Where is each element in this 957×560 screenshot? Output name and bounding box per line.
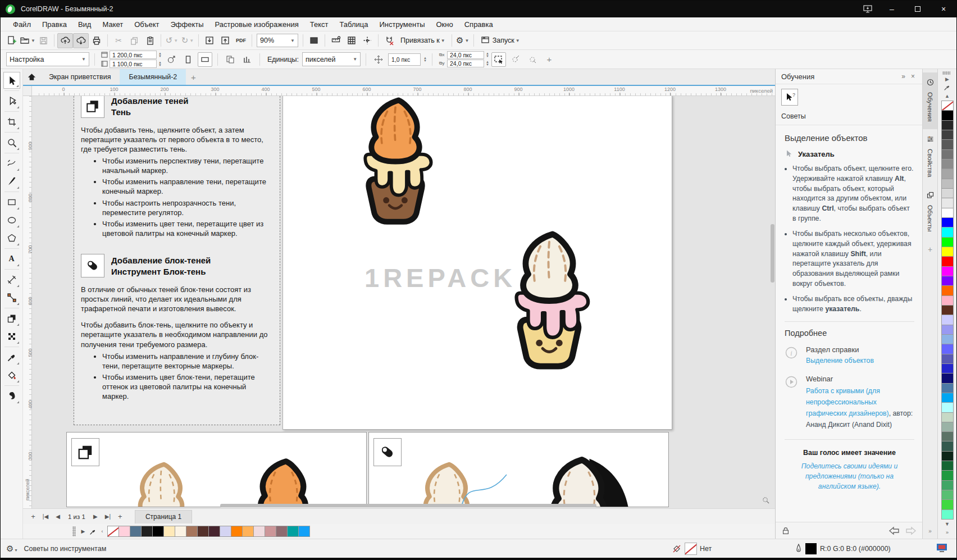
tab-current-document[interactable]: Безымянный-2 — [120, 69, 186, 85]
ruler-origin[interactable] — [23, 86, 32, 95]
screen-share-icon[interactable] — [856, 1, 879, 17]
tool-interactive-fill[interactable] — [3, 388, 20, 404]
palette-color-ffffff[interactable] — [941, 208, 954, 218]
doc-palette-color-00a0a0[interactable] — [287, 526, 299, 537]
tool-shape[interactable] — [3, 93, 20, 110]
duplicate-y-spinner[interactable]: ▲▼ — [486, 61, 489, 66]
palette-color-40d940[interactable] — [941, 499, 954, 509]
doc-palette-color-a6755c[interactable] — [186, 526, 198, 537]
show-grid-button[interactable] — [344, 33, 359, 48]
palette-color-5c7366[interactable] — [941, 431, 954, 441]
palette-color-00a6f2[interactable] — [941, 393, 954, 403]
palette-color-9999f2[interactable] — [941, 325, 954, 335]
menu-Эффекты[interactable]: Эффекты — [165, 19, 209, 30]
palette-color-bfbfbf[interactable] — [941, 179, 954, 189]
palette-color-146633[interactable] — [941, 461, 954, 471]
nudge-spinner[interactable]: ▲▼ — [423, 57, 427, 62]
palette-scroll-left[interactable]: ‹ — [98, 526, 107, 537]
palette-color-262626[interactable] — [941, 120, 954, 130]
palette-color-404040[interactable] — [941, 130, 954, 140]
maximize-button[interactable] — [905, 1, 931, 17]
tool-rectangle[interactable] — [3, 194, 20, 211]
tool-ellipse[interactable] — [3, 212, 20, 229]
palette-color-66ffcc[interactable] — [941, 509, 954, 520]
fullscreen-preview-button[interactable] — [306, 33, 322, 48]
shadow-example-frame[interactable] — [66, 432, 367, 507]
palette-color-e8e8e8[interactable] — [941, 198, 954, 208]
lock-icon[interactable] — [781, 526, 790, 535]
paste-button[interactable] — [142, 33, 158, 48]
snap-off-button[interactable] — [381, 33, 397, 48]
doc-palette-color-12a0f7[interactable] — [298, 526, 310, 537]
palette-color-0000ff[interactable] — [941, 217, 954, 227]
menu-Объект[interactable]: Объект — [129, 19, 165, 30]
palette-color-8c8c8c[interactable] — [941, 159, 954, 169]
doc-palette-color-none[interactable] — [107, 526, 119, 537]
print-button[interactable] — [89, 33, 104, 48]
menu-Растровые изображения[interactable]: Растровые изображения — [209, 19, 304, 30]
page-width-input[interactable]: 1 200,0 пкс — [110, 51, 157, 59]
duplicate-x-input[interactable]: 24,0 пкс — [447, 51, 484, 59]
palette-expand[interactable]: » — [946, 528, 949, 536]
show-rulers-button[interactable] — [328, 33, 344, 48]
webinar-link[interactable]: Работа с кривыми (для непрофессиональных… — [806, 387, 889, 417]
doc-palette-color-ff8000[interactable] — [231, 526, 243, 537]
doc-palette-color-d4d4f2[interactable] — [220, 526, 231, 537]
nudge-input[interactable]: 1,0 пкс — [388, 53, 421, 66]
doc-palette-color-cc9699[interactable] — [265, 526, 276, 537]
doc-palette-color-000000[interactable] — [152, 526, 164, 537]
palette-color-7f00ff[interactable] — [941, 276, 954, 286]
duplicate-x-spinner[interactable]: ▲▼ — [486, 52, 489, 58]
palette-color-737373[interactable] — [941, 149, 954, 160]
units-combo[interactable]: пикселей▼ — [302, 52, 361, 66]
menu-Окно[interactable]: Окно — [430, 19, 458, 30]
doc-palette-color-fbf3e4[interactable] — [175, 526, 186, 537]
color-proof-icon[interactable] — [936, 543, 947, 554]
page-tab[interactable]: Страница 1 — [135, 510, 192, 523]
voice-link[interactable]: Поделитесь своими идеями и предложениями… — [792, 461, 906, 492]
palette-color-ffff00[interactable] — [941, 247, 954, 257]
scale-button[interactable] — [164, 52, 179, 67]
preset-combo[interactable]: Настройка▼ — [6, 52, 89, 66]
add-page-button[interactable]: + — [28, 511, 39, 523]
palette-color-0d0d73[interactable] — [941, 373, 954, 383]
cloud-download-button[interactable] — [73, 33, 89, 48]
tool-zoom[interactable] — [3, 134, 20, 151]
page-width-spinner[interactable]: ▲▼ — [158, 52, 162, 58]
page-height-input[interactable]: 1 100,0 пкс — [110, 60, 157, 68]
doc-palette-color-ffd0dc[interactable] — [119, 526, 130, 537]
palette-color-5959b3[interactable] — [941, 354, 954, 364]
docker-strip-expand[interactable]: » — [928, 528, 932, 534]
menu-Вид[interactable]: Вид — [72, 19, 97, 30]
add-page-button-2[interactable]: + — [115, 511, 126, 523]
palette-color-ff0000[interactable] — [941, 256, 954, 266]
tool-drop-shadow[interactable] — [3, 310, 20, 327]
doc-palette-color-53738e[interactable] — [130, 526, 142, 537]
new-document-tab-button[interactable]: + — [186, 69, 200, 85]
palette-color-00ff00[interactable] — [941, 237, 954, 247]
horizontal-scrollbar[interactable] — [220, 504, 596, 507]
pdf-button[interactable]: PDF — [233, 33, 249, 48]
previous-page-button[interactable]: ◀ — [52, 511, 63, 523]
treat-as-filled-button[interactable] — [491, 52, 506, 67]
tab-welcome-screen[interactable]: Экран приветствия — [40, 69, 120, 85]
palette-color-8cb3e6[interactable] — [941, 334, 954, 344]
page-bars-icon[interactable] — [240, 52, 254, 67]
menu-Таблица[interactable]: Таблица — [334, 19, 373, 30]
show-guidelines-button[interactable] — [359, 33, 375, 48]
snap-to-dropdown[interactable]: Привязать к▼ — [397, 33, 449, 48]
pick-tool-hint-icon[interactable]: ? — [781, 89, 798, 106]
palette-color-ccccff[interactable] — [941, 315, 954, 325]
palette-color-000000[interactable] — [941, 110, 954, 120]
palette-color-none[interactable] — [941, 101, 954, 111]
next-page-button[interactable]: ▶ — [90, 511, 101, 523]
doc-palette-color-46242e[interactable] — [208, 526, 220, 537]
palette-flyout-arrow[interactable]: ▶ — [79, 526, 88, 537]
palette-scroll-up[interactable]: ▲ — [945, 92, 950, 100]
docker-tab-Обучения[interactable]: Обучения — [923, 72, 937, 129]
all-pages-icon[interactable] — [223, 52, 238, 67]
navigate-back-icon[interactable] — [888, 526, 900, 535]
export-button[interactable] — [217, 33, 233, 48]
palette-flyout-arrow[interactable]: ▶ — [945, 75, 949, 83]
doc-palette-color-1f1f1f[interactable] — [141, 526, 153, 537]
